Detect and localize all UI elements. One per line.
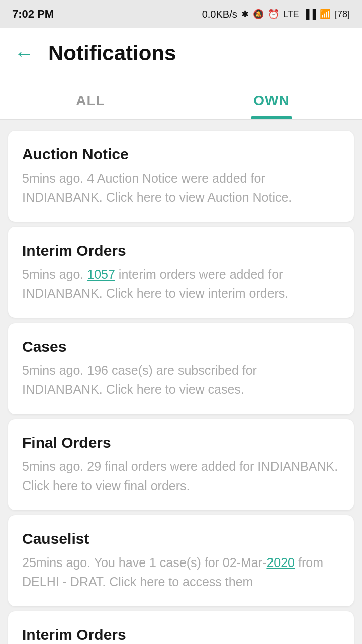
tab-all[interactable]: ALL xyxy=(0,78,181,119)
status-bar: 7:02 PM 0.0KB/s ✱ 🔕 ⏰ LTE ▐▐ 📶 [78] xyxy=(0,0,362,28)
notification-title: Final Orders xyxy=(22,434,340,451)
notification-interim-orders-2[interactable]: Interim Orders 7hrs ago. 1 new interim o… xyxy=(8,611,354,644)
back-button[interactable]: ← xyxy=(14,43,34,63)
notification-time: 5mins ago. xyxy=(22,267,83,281)
status-time: 7:02 PM xyxy=(12,8,54,21)
wifi-icon: 📶 xyxy=(320,9,331,20)
notification-title: Causelist xyxy=(22,530,340,547)
notification-body: 5mins ago. 29 final orders were added fo… xyxy=(22,457,340,495)
notification-link[interactable]: 1057 xyxy=(87,267,115,281)
status-icons: 0.0KB/s ✱ 🔕 ⏰ LTE ▐▐ 📶 [78] xyxy=(202,9,350,20)
header: ← Notifications xyxy=(0,28,362,78)
notification-body: 5mins ago. 196 case(s) are subscribed fo… xyxy=(22,361,340,399)
notification-body: 5mins ago. 4 Auction Notice were added f… xyxy=(22,169,340,207)
notification-causelist[interactable]: Causelist 25mins ago. You have 1 case(s)… xyxy=(8,515,354,606)
notification-final-orders[interactable]: Final Orders 5mins ago. 29 final orders … xyxy=(8,419,354,510)
mute-icon: 🔕 xyxy=(253,9,264,20)
notification-body: 25mins ago. You have 1 case(s) for 02-Ma… xyxy=(22,553,340,591)
notification-cases[interactable]: Cases 5mins ago. 196 case(s) are subscri… xyxy=(8,323,354,414)
tab-own[interactable]: OWN xyxy=(181,78,362,119)
page-title: Notifications xyxy=(48,41,176,65)
notification-link[interactable]: 2020 xyxy=(266,555,295,570)
notification-title: Cases xyxy=(22,338,340,355)
notification-time: 5mins ago. xyxy=(22,459,83,473)
tabs-container: ALL OWN xyxy=(0,78,362,120)
notification-interim-orders-1[interactable]: Interim Orders 5mins ago. 1057 interim o… xyxy=(8,227,354,318)
bluetooth-icon: ✱ xyxy=(241,9,249,20)
notification-body: 5mins ago. 1057 interim orders were adde… xyxy=(22,265,340,303)
network-speed: 0.0KB/s xyxy=(202,9,237,20)
notification-text-before: You have 1 case(s) for 02-Mar- xyxy=(94,555,267,570)
notification-title: Interim Orders xyxy=(22,242,340,259)
lte-icon: LTE xyxy=(283,9,299,20)
notification-time: 5mins ago. xyxy=(22,171,83,185)
notification-title: Auction Notice xyxy=(22,146,340,163)
notification-time: 25mins ago. xyxy=(22,555,90,570)
notification-title: Interim Orders xyxy=(22,626,340,643)
notification-auction-notice[interactable]: Auction Notice 5mins ago. 4 Auction Noti… xyxy=(8,131,354,222)
notifications-list: Auction Notice 5mins ago. 4 Auction Noti… xyxy=(0,120,362,644)
alarm-icon: ⏰ xyxy=(268,9,279,20)
notification-time: 5mins ago. xyxy=(22,363,83,377)
battery-icon: [78] xyxy=(335,9,350,20)
signal-icon: ▐▐ xyxy=(303,9,316,20)
